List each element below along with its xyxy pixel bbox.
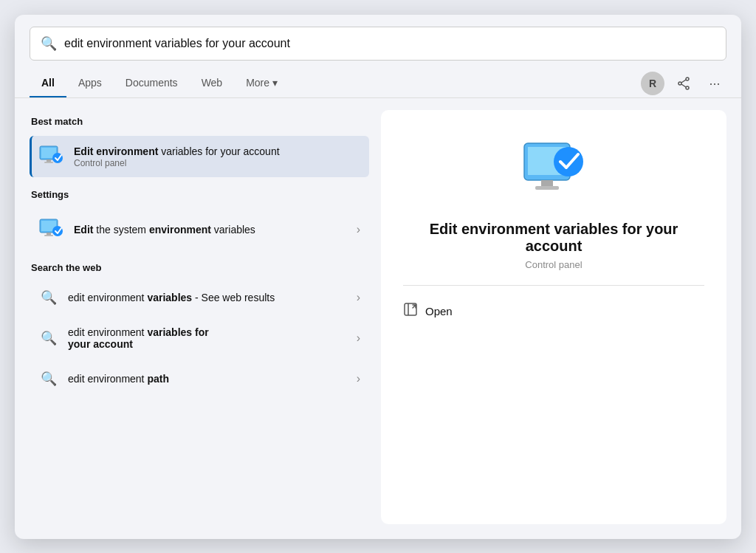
web-item-1[interactable]: 🔍 edit environment variables - See web r…: [30, 282, 369, 313]
more-options-button[interactable]: ···: [703, 72, 726, 95]
best-match-item[interactable]: Edit environment variables for your acco…: [30, 136, 369, 177]
settings-label: Settings: [30, 189, 369, 200]
svg-rect-18: [535, 186, 559, 190]
svg-point-2: [678, 82, 681, 85]
search-icon: 🔍: [41, 35, 57, 52]
monitor-icon: [38, 143, 65, 170]
detail-sub: Control panel: [525, 259, 582, 270]
svg-point-0: [686, 78, 689, 80]
web-search-icon-3: 🔍: [38, 371, 59, 387]
svg-rect-8: [44, 162, 53, 163]
tabs-row: All Apps Documents Web More ▾ R ···: [15, 69, 741, 98]
search-web-label: Search the web: [30, 262, 369, 273]
avatar-button[interactable]: R: [641, 72, 664, 95]
detail-title: Edit environment variables for your acco…: [403, 221, 704, 255]
tab-more[interactable]: More ▾: [234, 69, 289, 97]
left-panel: Best match Edit enviro: [30, 110, 369, 524]
tab-all[interactable]: All: [30, 69, 66, 97]
search-bar: 🔍: [30, 27, 726, 61]
tab-documents[interactable]: Documents: [114, 69, 190, 97]
detail-icon: [520, 140, 587, 206]
svg-rect-17: [541, 180, 553, 186]
web-item-3-title: edit environment path: [68, 373, 348, 385]
settings-monitor-icon: [38, 216, 65, 243]
search-input[interactable]: [64, 37, 715, 50]
web-item-1-arrow: ›: [357, 291, 360, 304]
settings-item[interactable]: Edit the system environment variables ›: [30, 209, 369, 250]
settings-item-title: Edit the system environment variables: [74, 224, 348, 236]
main-content: Best match Edit enviro: [15, 98, 741, 539]
svg-point-19: [554, 147, 583, 176]
open-action[interactable]: Open: [403, 298, 704, 325]
settings-item-arrow: ›: [357, 223, 360, 236]
web-item-2-text: edit environment variables foryour accou…: [68, 326, 348, 350]
settings-item-text: Edit the system environment variables: [74, 224, 348, 236]
tab-apps[interactable]: Apps: [66, 69, 114, 97]
tabs-right: R ···: [641, 72, 726, 95]
svg-line-3: [681, 80, 686, 83]
open-icon: [403, 302, 418, 320]
best-match-title: Edit environment variables for your acco…: [74, 145, 360, 157]
web-item-1-text: edit environment variables - See web res…: [68, 292, 348, 303]
best-match-text: Edit environment variables for your acco…: [74, 145, 360, 168]
svg-rect-13: [44, 235, 53, 236]
svg-rect-7: [47, 159, 51, 162]
open-label: Open: [425, 305, 453, 317]
web-item-3-text: edit environment path: [68, 373, 348, 385]
svg-rect-12: [47, 233, 51, 235]
web-item-3-arrow: ›: [357, 372, 360, 385]
tabs-left: All Apps Documents Web More ▾: [30, 69, 641, 97]
web-search-icon-2: 🔍: [38, 330, 59, 346]
web-item-2-arrow: ›: [357, 332, 360, 345]
right-panel: Edit environment variables for your acco…: [381, 110, 726, 524]
best-match-label: Best match: [30, 116, 369, 127]
chevron-down-icon: ▾: [272, 77, 278, 89]
best-match-sub: Control panel: [74, 158, 360, 168]
web-item-3[interactable]: 🔍 edit environment path ›: [30, 363, 369, 394]
search-window: 🔍 All Apps Documents Web More ▾ R: [15, 15, 741, 539]
web-item-1-title: edit environment variables - See web res…: [68, 292, 348, 303]
svg-line-4: [681, 84, 686, 87]
web-item-2-title: edit environment variables foryour accou…: [68, 326, 348, 350]
web-search-icon-1: 🔍: [38, 289, 59, 306]
share-icon-button[interactable]: [672, 72, 695, 95]
share-icon: [676, 76, 691, 91]
web-item-2[interactable]: 🔍 edit environment variables foryour acc…: [30, 319, 369, 357]
svg-point-1: [686, 86, 689, 89]
tab-web[interactable]: Web: [190, 69, 235, 97]
divider: [403, 285, 704, 286]
